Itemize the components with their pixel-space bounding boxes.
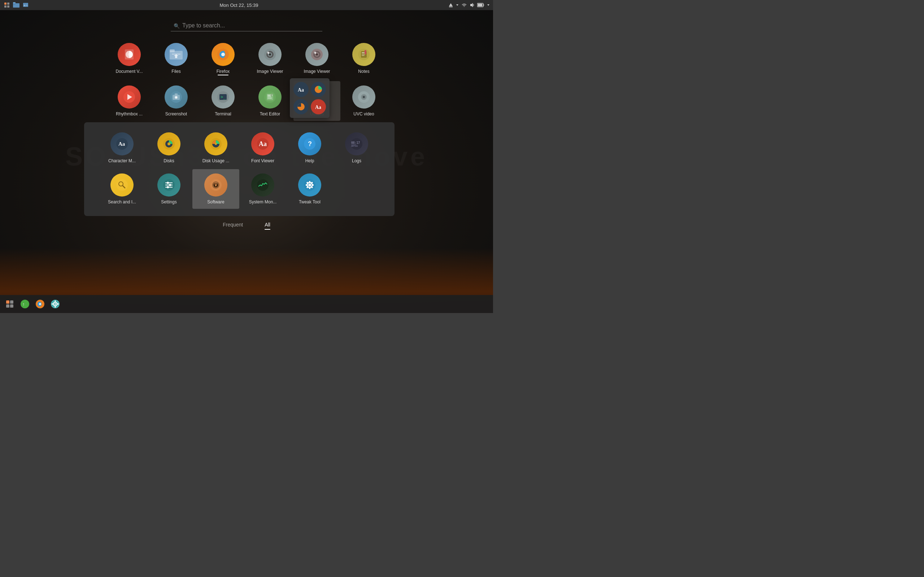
app-font-viewer[interactable]: Aa Font Viewer bbox=[239, 128, 286, 168]
disk-usage-icon bbox=[204, 132, 228, 155]
top-panel: Mon Oct 22, 15:39 bbox=[0, 0, 493, 10]
file-manager-panel-icon[interactable] bbox=[22, 1, 30, 9]
char-map-label: Character M... bbox=[108, 158, 136, 163]
taskbar-update-icon[interactable]: ↑ bbox=[18, 297, 32, 311]
app-char-map[interactable]: Aa Character M... bbox=[99, 128, 145, 168]
terminal-icon: >_ bbox=[212, 85, 234, 108]
svg-rect-109 bbox=[306, 184, 307, 186]
taskbar-settings-icon[interactable] bbox=[48, 297, 62, 311]
app-disks[interactable]: Disks bbox=[145, 128, 192, 168]
chevron-down-right-icon[interactable] bbox=[486, 3, 490, 7]
svg-marker-15 bbox=[470, 3, 473, 7]
firefox-underline bbox=[218, 75, 228, 76]
app-firefox[interactable]: Firefox bbox=[200, 39, 247, 80]
svg-rect-61 bbox=[267, 96, 271, 97]
firefox-label: Firefox bbox=[216, 69, 230, 74]
svg-text:Aa: Aa bbox=[298, 87, 304, 93]
svg-point-21 bbox=[128, 53, 131, 56]
app-doc-viewer[interactable]: Document V... bbox=[106, 39, 153, 80]
svg-rect-117 bbox=[10, 300, 13, 304]
terminal-label: Terminal bbox=[215, 111, 231, 116]
app-logs[interactable]: 08:17 ARTUA Logs bbox=[333, 128, 380, 168]
notes-icon bbox=[352, 43, 375, 66]
app-uvc-video[interactable]: UVC video bbox=[340, 81, 387, 121]
svg-rect-9 bbox=[24, 5, 25, 6]
svg-rect-108 bbox=[309, 187, 310, 189]
svg-rect-131 bbox=[57, 304, 59, 305]
battery-icon[interactable] bbox=[477, 3, 485, 7]
app-rhythmbox[interactable]: Rhythmbox ... bbox=[106, 81, 153, 121]
software-label: Software bbox=[207, 200, 224, 205]
help-icon: ? bbox=[298, 132, 321, 155]
app-search-install[interactable]: Search and I... bbox=[99, 169, 145, 209]
svg-point-76 bbox=[168, 142, 170, 145]
svg-point-127 bbox=[55, 303, 56, 305]
taskbar: ↑ bbox=[0, 295, 493, 313]
image-viewer2-label: Image Viewer bbox=[304, 69, 330, 74]
svg-rect-13 bbox=[449, 6, 452, 7]
svg-rect-116 bbox=[6, 300, 10, 304]
svg-point-98 bbox=[167, 186, 169, 188]
files-panel-icon[interactable] bbox=[12, 1, 20, 9]
svg-point-39 bbox=[316, 53, 318, 56]
chevron-down-icon[interactable] bbox=[456, 3, 459, 7]
app-notes[interactable]: Notes bbox=[340, 39, 387, 80]
rhythmbox-label: Rhythmbox ... bbox=[116, 111, 142, 116]
utilities-popup-item-3 bbox=[294, 99, 309, 114]
app-image-viewer1[interactable]: Image Viewer bbox=[247, 39, 294, 80]
app-text-editor[interactable]: Text Editor bbox=[247, 81, 294, 121]
svg-rect-110 bbox=[312, 184, 313, 186]
settings-label: Settings bbox=[161, 200, 176, 205]
launcher-tabs: Frequent All bbox=[223, 222, 270, 229]
svg-rect-11 bbox=[26, 5, 27, 6]
rhythmbox-icon bbox=[118, 85, 141, 108]
app-launcher: 🔍 Document V... bbox=[0, 10, 493, 313]
taskbar-firefox-icon[interactable] bbox=[33, 297, 47, 311]
svg-rect-118 bbox=[6, 305, 10, 308]
app-settings[interactable]: Settings bbox=[145, 169, 192, 209]
app-terminal[interactable]: >_ Terminal bbox=[200, 81, 247, 121]
tab-frequent[interactable]: Frequent bbox=[223, 222, 243, 229]
app-screenshot[interactable]: Screenshot bbox=[153, 81, 200, 121]
search-input[interactable] bbox=[171, 20, 322, 31]
svg-text:08:17: 08:17 bbox=[351, 141, 360, 145]
files-label: Files bbox=[171, 69, 181, 74]
app-disk-usage[interactable]: Disk Usage ... bbox=[192, 128, 239, 168]
svg-point-90 bbox=[119, 182, 123, 186]
app-software[interactable]: Software bbox=[192, 169, 239, 209]
svg-point-29 bbox=[221, 53, 225, 56]
apps-panel-icon[interactable] bbox=[3, 1, 11, 9]
svg-rect-2 bbox=[4, 5, 6, 8]
volume-icon[interactable] bbox=[469, 3, 475, 8]
firefox-icon bbox=[212, 43, 234, 66]
eject-icon[interactable] bbox=[448, 3, 453, 8]
sys-monitor-icon bbox=[251, 174, 274, 197]
svg-rect-17 bbox=[483, 4, 484, 6]
svg-rect-46 bbox=[362, 55, 365, 56]
tweak-tool-label: Tweak Tool bbox=[299, 200, 320, 205]
disks-label: Disks bbox=[163, 158, 174, 163]
doc-viewer-label: Document V... bbox=[116, 69, 143, 74]
app-help[interactable]: ? Help bbox=[286, 128, 333, 168]
svg-point-33 bbox=[269, 53, 271, 56]
taskbar-apps-icon[interactable] bbox=[3, 297, 16, 311]
svg-rect-128 bbox=[55, 300, 56, 302]
app-files[interactable]: Files bbox=[153, 39, 200, 80]
search-container: 🔍 bbox=[171, 20, 322, 31]
sys-monitor-label: System Mon... bbox=[249, 200, 277, 205]
svg-rect-102 bbox=[215, 183, 217, 184]
svg-marker-14 bbox=[456, 4, 459, 6]
tab-all[interactable]: All bbox=[265, 222, 270, 229]
app-image-viewer2[interactable]: Image Viewer bbox=[294, 39, 340, 80]
app-tweak-tool[interactable]: Tweak Tool bbox=[286, 169, 333, 209]
svg-point-115 bbox=[308, 184, 311, 187]
wifi-icon[interactable] bbox=[461, 3, 467, 8]
svg-rect-62 bbox=[267, 98, 272, 98]
app-utilities[interactable]: Aa bbox=[294, 81, 340, 121]
datetime-display: Mon Oct 22, 15:39 bbox=[220, 3, 258, 8]
svg-rect-119 bbox=[10, 305, 13, 308]
svg-rect-6 bbox=[13, 2, 16, 3]
svg-point-103 bbox=[257, 179, 268, 191]
svg-rect-130 bbox=[52, 304, 53, 305]
app-sys-monitor[interactable]: System Mon... bbox=[239, 169, 286, 209]
